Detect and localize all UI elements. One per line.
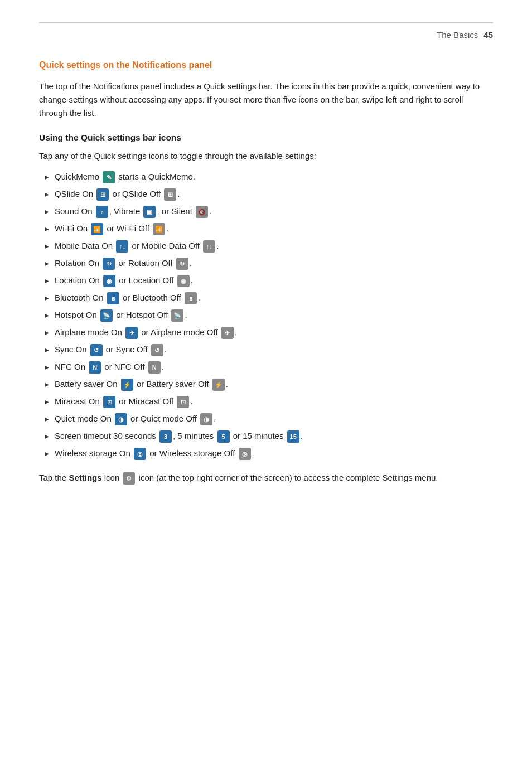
item-text: Airplane mode On ✈ or Airplane mode Off … <box>55 326 493 339</box>
timeout-5-icon: 5 <box>217 430 230 443</box>
hotspot-off-icon: 📡 <box>171 309 183 322</box>
list-item: Quiet mode On ◑ or Quiet mode Off ◑. <box>45 413 493 425</box>
wifi-on-icon: 📶 <box>91 223 103 235</box>
footer-bold: Settings <box>69 473 101 482</box>
bluetooth-on-icon: ʙ <box>107 292 119 304</box>
footer-before-bold: Tap the <box>39 473 69 482</box>
list-item: NFC On N or NFC Off N. <box>45 361 493 374</box>
item-text: Mobile Data On ↑↓ or Mobile Data Off ↑↓. <box>55 240 493 253</box>
quiet-on-icon: ◑ <box>115 413 127 425</box>
list-item: QuickMemo ✎ starts a QuickMemo. <box>45 171 493 183</box>
sync-off-icon: ↺ <box>151 344 163 356</box>
nfc-off-icon: N <box>148 361 161 374</box>
airplane-on-icon: ✈ <box>125 327 138 339</box>
item-text: Hotspot On 📡 or Hotspot Off 📡. <box>55 309 493 322</box>
settings-icon: ⚙ <box>123 472 135 485</box>
list-item: Sync On ↺ or Sync Off ↺. <box>45 343 493 356</box>
item-text: Quiet mode On ◑ or Quiet mode Off ◑. <box>55 413 493 425</box>
list-item: Battery saver On ⚡ or Battery saver Off … <box>45 378 493 391</box>
rotation-on-icon: ↻ <box>103 258 115 270</box>
footer-after-bold: icon (at the top right corner of the scr… <box>136 473 438 482</box>
silent-icon: 🔇 <box>196 206 208 218</box>
page-number: 45 <box>483 29 493 42</box>
miracast-on-icon: ⊡ <box>103 396 115 408</box>
list-item: Screen timeout 30 seconds 3, 5 minutes 5… <box>45 430 493 443</box>
timeout-15-icon: 15 <box>287 430 299 443</box>
item-text: Sync On ↺ or Sync Off ↺. <box>55 343 493 356</box>
wireless-storage-on-icon: ◎ <box>134 448 146 460</box>
timeout-30-icon: 3 <box>159 430 172 443</box>
list-item: Miracast On ⊡ or Miracast Off ⊡. <box>45 395 493 408</box>
header-line <box>39 22 493 23</box>
chapter-title: The Basics <box>437 29 478 42</box>
list-item: Bluetooth On ʙ or Bluetooth Off ʙ. <box>45 292 493 304</box>
airplane-off-icon: ✈ <box>221 327 234 339</box>
item-text: Rotation On ↻ or Rotation Off ↻. <box>55 257 493 270</box>
list-item: Hotspot On 📡 or Hotspot Off 📡. <box>45 309 493 322</box>
list-item: Wireless storage On ◎ or Wireless storag… <box>45 447 493 460</box>
item-text: Battery saver On ⚡ or Battery saver Off … <box>55 378 493 391</box>
footer-text: Tap the Settings icon ⚙ icon (at the top… <box>39 471 493 485</box>
list-item: Location On ◉ or Location Off ◉. <box>45 274 493 287</box>
bluetooth-off-icon: ʙ <box>185 292 197 304</box>
wifi-off-icon: 📶 <box>153 223 165 235</box>
battery-saver-on-icon: ⚡ <box>121 379 133 391</box>
list-item: QSlide On ⊞ or QSlide Off ⊞. <box>45 188 493 201</box>
quickmemo-icon: ✎ <box>103 171 115 183</box>
location-off-icon: ◉ <box>177 275 190 287</box>
list-item: Airplane mode On ✈ or Airplane mode Off … <box>45 326 493 339</box>
item-text: Sound On ♪, Vibrate ▣, or Silent 🔇. <box>55 205 493 218</box>
list-item: Wi-Fi On 📶 or Wi-Fi Off 📶. <box>45 222 493 235</box>
intro-text: Tap any of the Quick settings icons to t… <box>39 149 493 163</box>
location-on-icon: ◉ <box>103 275 115 287</box>
header-right: The Basics 45 <box>39 29 493 42</box>
section-body: The top of the Notifications panel inclu… <box>39 80 493 120</box>
mobile-data-off-icon: ↑↓ <box>203 240 215 253</box>
item-text: QuickMemo ✎ starts a QuickMemo. <box>55 171 493 183</box>
nfc-on-icon: N <box>89 361 101 374</box>
page-container: The Basics 45 Quick settings on the Noti… <box>0 0 532 518</box>
qslide-on-icon: ⊞ <box>96 188 109 201</box>
item-text: Wi-Fi On 📶 or Wi-Fi Off 📶. <box>55 222 493 235</box>
quiet-off-icon: ◑ <box>200 413 212 425</box>
item-text: Screen timeout 30 seconds 3, 5 minutes 5… <box>55 430 493 443</box>
settings-list: QuickMemo ✎ starts a QuickMemo. QSlide O… <box>45 171 493 461</box>
vibrate-icon: ▣ <box>143 206 156 218</box>
list-item: Sound On ♪, Vibrate ▣, or Silent 🔇. <box>45 205 493 218</box>
miracast-off-icon: ⊡ <box>177 396 189 408</box>
item-text: NFC On N or NFC Off N. <box>55 361 493 374</box>
item-text: Miracast On ⊡ or Miracast Off ⊡. <box>55 395 493 408</box>
battery-saver-off-icon: ⚡ <box>212 379 225 391</box>
sound-on-icon: ♪ <box>96 206 108 218</box>
rotation-off-icon: ↻ <box>176 258 188 270</box>
item-text: QSlide On ⊞ or QSlide Off ⊞. <box>55 188 493 201</box>
qslide-off-icon: ⊞ <box>164 188 176 201</box>
item-text: Bluetooth On ʙ or Bluetooth Off ʙ. <box>55 292 493 304</box>
section-title: Quick settings on the Notifications pane… <box>39 59 493 72</box>
item-text: Location On ◉ or Location Off ◉. <box>55 274 493 287</box>
sync-on-icon: ↺ <box>90 344 103 356</box>
hotspot-on-icon: 📡 <box>100 309 113 322</box>
subsection-title: Using the Quick settings bar icons <box>39 131 493 144</box>
mobile-data-on-icon: ↑↓ <box>116 240 128 253</box>
item-text: Wireless storage On ◎ or Wireless storag… <box>55 447 493 460</box>
list-item: Rotation On ↻ or Rotation Off ↻. <box>45 257 493 270</box>
list-item: Mobile Data On ↑↓ or Mobile Data Off ↑↓. <box>45 240 493 253</box>
wireless-storage-off-icon: ◎ <box>239 448 251 460</box>
